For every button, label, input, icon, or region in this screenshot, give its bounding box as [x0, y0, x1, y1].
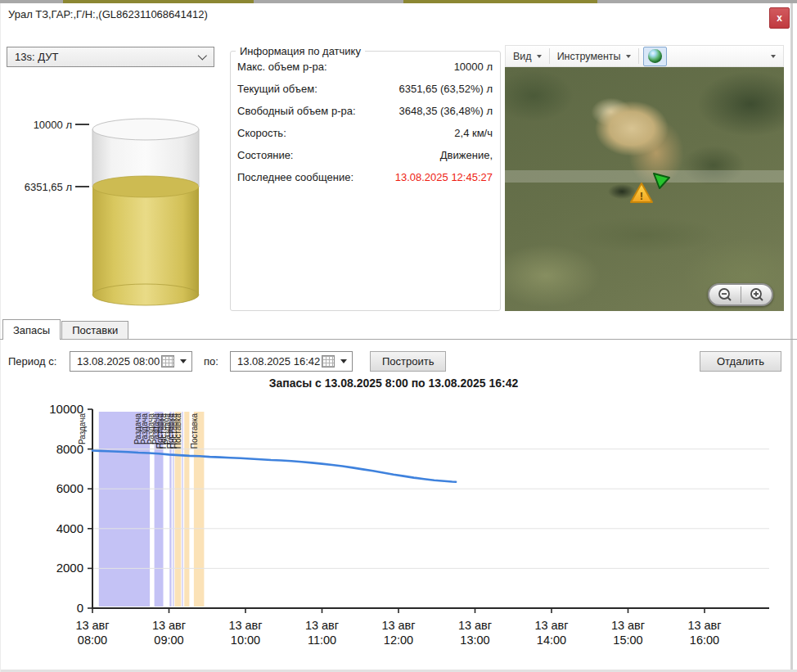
tank-fuel-part	[92, 187, 199, 295]
x-tick-time: 16:00	[690, 634, 719, 647]
x-tick-time: 12:00	[384, 634, 413, 647]
map-view[interactable]: !	[505, 67, 784, 311]
toolbar-separator	[638, 48, 639, 64]
tank-level-label: 6351,65 л	[5, 181, 72, 193]
period-to-input[interactable]: 13.08.2025 16:42	[230, 351, 353, 372]
tank-top	[92, 119, 199, 140]
info-row-value: 13.08.2025 12:45:27	[395, 171, 493, 183]
info-row-value: 6351,65 (63,52%) л	[398, 83, 493, 95]
background-window-strip	[403, 0, 597, 3]
info-row-value: Движение,	[440, 149, 493, 161]
tank-level-tick	[75, 186, 89, 187]
info-row-label: Свободный объем р-ра:	[237, 105, 356, 117]
dropdown-arrow-icon[interactable]	[180, 359, 187, 363]
calendar-icon	[161, 355, 174, 368]
info-row-label: Макс. объем р-ра:	[237, 61, 327, 73]
x-tick-time: 13:00	[460, 634, 489, 647]
event-label: Поставка	[190, 413, 199, 449]
info-row: Последнее сообщение:13.08.2025 12:45:27	[237, 166, 493, 188]
tank-gauge	[25, 115, 229, 316]
info-row-label: Скорость:	[237, 127, 286, 139]
y-tick-label: 4000	[56, 521, 83, 535]
zoom-out-button[interactable]: Отдалить	[700, 351, 781, 372]
x-tick-date: 13 авг	[458, 619, 492, 632]
info-row-label: Последнее сообщение:	[237, 171, 353, 183]
x-tick-time: 10:00	[231, 634, 260, 647]
info-row-value: 3648,35 (36,48%) л	[398, 105, 493, 117]
tab-zapasy[interactable]: Запасы	[2, 319, 61, 340]
sensor-select[interactable]: 13s: ДУТ	[7, 47, 214, 67]
x-tick-time: 14:00	[537, 634, 566, 647]
info-row: Скорость:2,4 км/ч	[237, 122, 493, 144]
reserves-chart[interactable]: 020004000600080001000013 авг08:0013 авг0…	[0, 401, 797, 663]
window-title: Урал ТЗ,ГАР:,Г/Н:,(GL862311068641412)	[8, 8, 208, 20]
map-zoom-in-button[interactable]	[741, 285, 772, 304]
map-zoom-control	[708, 283, 773, 306]
tank-max-label: 10000 л	[15, 119, 72, 131]
period-from-input[interactable]: 13.08.2025 08:00	[70, 351, 192, 372]
sensor-info-rows: Макс. объем р-ра:10000 лТекущий объем:63…	[237, 56, 493, 188]
close-button[interactable]: x	[769, 7, 790, 29]
chart-title: Запасы с 13.08.2025 8:00 по 13.08.2025 1…	[0, 377, 787, 390]
x-tick-date: 13 авг	[381, 619, 415, 632]
x-tick-time: 09:00	[154, 634, 183, 647]
toolbar-overflow-arrow-icon[interactable]	[771, 55, 776, 58]
tab-postavki[interactable]: Поставки	[61, 321, 128, 339]
x-tick-date: 13 авг	[152, 619, 186, 632]
period-label: Период с:	[8, 355, 56, 368]
vehicle-arrow-icon	[651, 171, 671, 190]
y-tick-label: 0	[77, 601, 83, 615]
sensor-window: Урал ТЗ,ГАР:,Г/Н:,(GL862311068641412) x …	[0, 0, 797, 672]
period-from-value: 13.08.2025 08:00	[77, 355, 160, 368]
map-view-menu[interactable]: Вид	[506, 46, 549, 66]
chevron-down-icon	[198, 51, 207, 60]
zoom-out-icon	[717, 287, 733, 302]
y-tick-label: 6000	[56, 481, 83, 495]
info-row: Текущий объем:6351,65 (63,52%) л	[237, 78, 493, 100]
info-row-value: 2,4 км/ч	[454, 127, 493, 139]
info-row: Макс. объем р-ра:10000 л	[237, 56, 493, 78]
zoom-in-icon	[748, 287, 764, 302]
dropdown-arrow-icon	[626, 55, 631, 58]
map-layer-button[interactable]	[643, 47, 667, 66]
globe-icon	[648, 49, 662, 63]
x-tick-date: 13 авг	[687, 619, 721, 632]
tank-fuel-surface	[92, 176, 199, 197]
map-zoom-out-button[interactable]	[709, 285, 741, 304]
y-tick-label: 2000	[56, 561, 83, 575]
info-row: Состояние:Движение,	[237, 144, 493, 166]
map-overlay-band	[505, 170, 784, 183]
background-window-strip	[63, 0, 254, 3]
info-row-label: Текущий объем:	[237, 83, 317, 95]
map-toolbar: Вид Инструменты	[505, 45, 784, 67]
event-band	[184, 412, 189, 607]
tank-bottom	[92, 284, 199, 305]
sensor-select-value: 13s: ДУТ	[15, 51, 58, 63]
event-band	[182, 412, 182, 607]
x-tick-date: 13 авг	[228, 619, 262, 632]
window-top-edge	[0, 0, 797, 3]
tab-bar: ЗапасыПоставки	[0, 319, 797, 340]
tank-max-tick	[75, 124, 89, 125]
event-label: Раздача	[78, 413, 87, 445]
x-tick-time: 08:00	[78, 634, 107, 647]
x-tick-date: 13 авг	[611, 619, 645, 632]
info-row: Свободный объем р-ра:3648,35 (36,48%) л	[237, 100, 493, 122]
calendar-icon	[322, 355, 335, 368]
info-row-label: Состояние:	[237, 149, 293, 161]
svg-text:!: !	[640, 190, 643, 202]
x-tick-time: 11:00	[308, 634, 336, 647]
build-button[interactable]: Построить	[370, 351, 446, 372]
event-label: Поставка	[173, 413, 182, 449]
x-tick-date: 13 авг	[305, 619, 339, 632]
period-to-label: по:	[204, 355, 218, 368]
period-to-value: 13.08.2025 16:42	[237, 355, 320, 368]
map-tools-menu[interactable]: Инструменты	[550, 46, 638, 66]
info-row-value: 10000 л	[454, 61, 493, 73]
x-tick-time: 15:00	[613, 634, 642, 647]
sensor-info-legend: Информация по датчику	[236, 45, 365, 57]
dropdown-arrow-icon	[537, 55, 542, 58]
x-tick-date: 13 авг	[534, 619, 568, 632]
dropdown-arrow-icon[interactable]	[340, 359, 347, 363]
x-tick-date: 13 авг	[75, 619, 109, 632]
